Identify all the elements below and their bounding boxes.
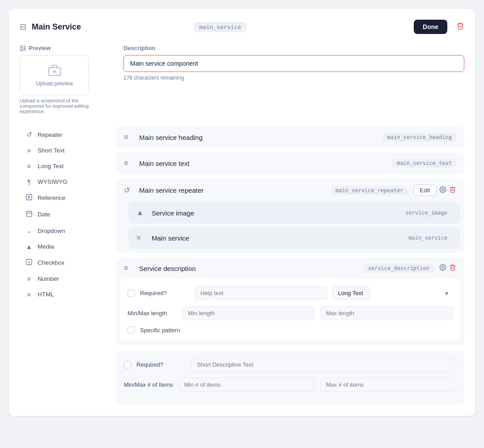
content-area: ≡ Main service heading main_service_head… xyxy=(116,127,464,405)
dropdown-icon: ⌄ xyxy=(25,227,33,235)
repeater-field-name: Main service repeater xyxy=(139,186,326,194)
sidebar-item-checkbox[interactable]: Checkbox xyxy=(20,254,107,271)
sidebar-item-label: Dropdown xyxy=(38,228,65,234)
minmax-length-row: Min/Max length xyxy=(127,306,453,320)
gear-icon xyxy=(439,264,446,271)
sidebar-item-long-text[interactable]: ≡ Long Text xyxy=(20,158,107,174)
min-items-input[interactable] xyxy=(178,378,315,392)
sidebar-item-label: Date xyxy=(38,211,51,218)
delete-header-button[interactable] xyxy=(456,22,464,32)
max-length-input[interactable] xyxy=(320,306,453,320)
sidebar-item-reference[interactable]: Reference xyxy=(20,190,107,206)
required-row: Required? Long Text Short Text Rich Text xyxy=(127,286,453,300)
sidebar-item-label: Repeater xyxy=(38,131,63,138)
sidebar-item-label: Short Text xyxy=(38,147,65,154)
required-label: Required? xyxy=(140,290,189,296)
repeater-field-icon: ↺ xyxy=(124,186,134,194)
preview-label: Preview xyxy=(20,45,109,51)
sidebar-item-label: Checkbox xyxy=(38,259,64,266)
heading-field-slug: main_service_heading xyxy=(383,133,457,142)
short-desc-input[interactable] xyxy=(191,358,456,372)
text-field-icon: ≡ xyxy=(124,159,134,167)
layers-icon: ⊟ xyxy=(20,22,26,32)
service-image-name: Service image xyxy=(152,209,395,217)
upload-preview-label: Upload preview xyxy=(36,80,73,87)
max-items-input[interactable] xyxy=(320,378,457,392)
html-icon: ≡ xyxy=(25,291,33,298)
page-title: Main Service xyxy=(32,22,188,32)
repeater-icon: ↺ xyxy=(25,131,33,139)
sidebar-item-label: Long Text xyxy=(38,163,64,169)
svg-point-13 xyxy=(442,266,444,268)
service-image-icon: ▲ xyxy=(136,209,146,217)
type-select[interactable]: Long Text Short Text Rich Text xyxy=(332,286,370,300)
sidebar-item-label: HTML xyxy=(38,291,54,298)
sidebar-item-label: Reference xyxy=(38,194,65,201)
type-select-wrapper: Long Text Short Text Rich Text xyxy=(332,286,453,300)
minmax-length-label: Min/Max length xyxy=(127,310,177,317)
long-text-icon: ≡ xyxy=(25,162,33,170)
wysiwyg-icon: ¶ xyxy=(25,178,33,186)
image-icon xyxy=(20,45,26,51)
trash-icon xyxy=(456,22,464,30)
bottom-required-label: Required? xyxy=(136,361,186,368)
description-input[interactable] xyxy=(123,55,464,72)
bottom-minmax-row: Min/Max # of Items xyxy=(124,378,456,392)
svg-point-1 xyxy=(21,47,22,48)
service-desc-icon: ≡ xyxy=(124,264,134,272)
sidebar-item-repeater[interactable]: ↺ Repeater xyxy=(20,127,107,143)
sidebar-item-number[interactable]: # Number xyxy=(20,271,107,287)
minmax-items-label: Min/Max # of Items xyxy=(124,381,173,388)
service-description-header: ≡ Service description service_descriptio… xyxy=(116,258,464,279)
field-text: ≡ Main service text main_service_text xyxy=(116,152,464,174)
repeater-gear-button[interactable] xyxy=(439,186,446,195)
done-button[interactable]: Done xyxy=(414,20,447,34)
specific-pattern-label: Specific pattern xyxy=(140,327,189,334)
sidebar: ↺ Repeater ≡ Short Text ≡ Long Text ¶ WY… xyxy=(20,127,107,405)
upload-icon xyxy=(47,63,62,78)
upload-preview-button[interactable]: Upload preview xyxy=(20,55,89,95)
repeater-header: ↺ Main service repeater main_service_rep… xyxy=(116,178,464,202)
service-desc-slug: service_description xyxy=(364,264,434,273)
trash-icon xyxy=(449,264,456,271)
gear-icon xyxy=(439,186,446,193)
service-desc-name: Service description xyxy=(139,265,358,272)
svg-rect-7 xyxy=(26,211,32,217)
sidebar-item-label: Number xyxy=(38,275,59,282)
svg-point-12 xyxy=(442,189,444,190)
required-checkbox[interactable] xyxy=(127,290,135,297)
bottom-settings: Required? Min/Max # of Items xyxy=(116,351,464,405)
sidebar-item-label: WYSIWYG xyxy=(38,178,68,185)
field-service-description: ≡ Service description service_descriptio… xyxy=(116,258,464,345)
description-hint: 178 characters remaining xyxy=(123,75,464,81)
repeater-edit-button[interactable]: Edit xyxy=(413,185,437,196)
specific-pattern-row: Specific pattern xyxy=(127,326,453,334)
field-heading: ≡ Main service heading main_service_head… xyxy=(116,127,464,148)
main-service-name: Main service xyxy=(152,234,399,242)
bottom-required-checkbox[interactable] xyxy=(124,361,131,368)
number-icon: # xyxy=(25,275,33,283)
sidebar-item-media[interactable]: ▲ Media xyxy=(20,239,107,254)
sidebar-item-date[interactable]: Date xyxy=(20,206,107,223)
trash-icon xyxy=(449,186,456,193)
reference-icon xyxy=(25,194,33,202)
help-text-input[interactable] xyxy=(195,286,327,300)
text-field-name: Main service text xyxy=(139,160,387,167)
sidebar-item-wysiwyg[interactable]: ¶ WYSIWYG xyxy=(20,174,107,190)
heading-field-icon: ≡ xyxy=(124,133,134,141)
checkbox-icon xyxy=(25,258,33,267)
min-length-input[interactable] xyxy=(182,306,315,320)
sidebar-item-dropdown[interactable]: ⌄ Dropdown xyxy=(20,223,107,239)
repeater-children: ▲ Service image service_image ≡ Main ser… xyxy=(116,202,464,253)
main-service-slug: main_service xyxy=(404,233,452,242)
service-desc-gear-button[interactable] xyxy=(439,264,446,273)
sidebar-item-label: Media xyxy=(38,243,54,250)
specific-pattern-checkbox[interactable] xyxy=(127,326,135,334)
sidebar-item-short-text[interactable]: ≡ Short Text xyxy=(20,143,107,158)
repeater-delete-button[interactable] xyxy=(449,186,456,195)
text-field-slug: main_service_text xyxy=(392,159,456,168)
field-service-image: ▲ Service image service_image xyxy=(128,202,460,224)
sidebar-item-html[interactable]: ≡ HTML xyxy=(20,287,107,302)
short-text-icon: ≡ xyxy=(25,147,33,154)
service-desc-delete-button[interactable] xyxy=(449,264,456,273)
